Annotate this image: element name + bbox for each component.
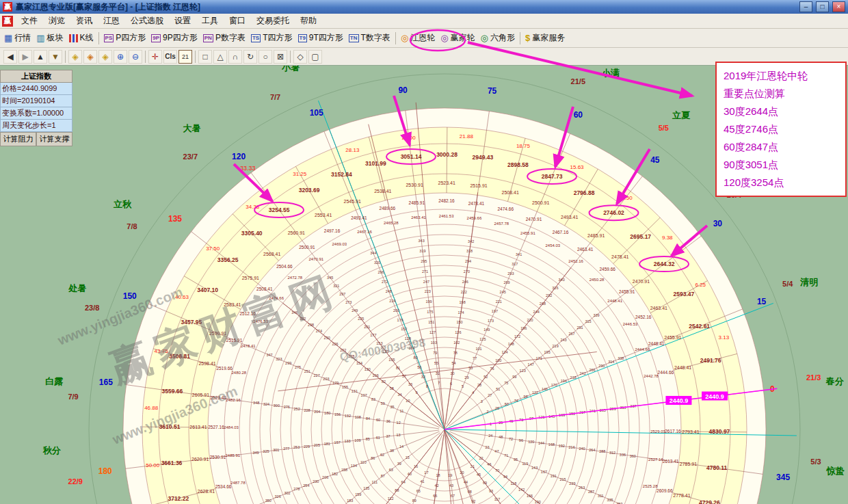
tool-filter[interactable]: ▼ xyxy=(49,50,62,64)
toolbar-t-number-table-button[interactable]: TNT数字表 xyxy=(346,30,393,47)
svg-text:229: 229 xyxy=(304,445,310,449)
toolbar-gann-wheel-button[interactable]: ◎江恩轮 xyxy=(398,30,438,47)
svg-text:30: 30 xyxy=(450,371,454,375)
svg-text:203: 203 xyxy=(323,377,329,381)
tool-rect-tool[interactable]: □ xyxy=(198,50,212,64)
tool-expand-tool[interactable]: ◇ xyxy=(293,50,307,64)
svg-text:350: 350 xyxy=(265,499,271,503)
svg-text:2534.66: 2534.66 xyxy=(215,484,232,489)
tool-diamond-tool-2[interactable]: ◈ xyxy=(83,50,97,64)
svg-text:2519.66: 2519.66 xyxy=(216,366,233,371)
tool-arc-tool[interactable]: ∩ xyxy=(228,50,242,64)
toolbar-p-number-table-button[interactable]: PNP数字表 xyxy=(200,30,248,47)
hexagon-icon: ◎ xyxy=(481,34,488,42)
svg-text:156: 156 xyxy=(334,412,341,416)
tool-pointer[interactable]: ▲ xyxy=(34,50,47,64)
svg-text:150: 150 xyxy=(123,291,137,301)
annotation-line: 45度2746点 xyxy=(724,120,838,138)
tool-rotate-tool[interactable]: ↻ xyxy=(243,50,257,64)
tool-zoom-out[interactable]: ⊖ xyxy=(129,50,142,64)
svg-text:2530.91: 2530.91 xyxy=(210,455,226,460)
svg-text:224: 224 xyxy=(389,299,395,303)
svg-text:45: 45 xyxy=(477,473,481,477)
svg-text:21/5: 21/5 xyxy=(571,77,585,85)
svg-text:20: 20 xyxy=(460,470,464,475)
tool-forward[interactable]: ▶ xyxy=(18,50,32,64)
close-button[interactable]: × xyxy=(832,1,845,12)
menu-item-交易委托[interactable]: 交易委托 xyxy=(251,13,295,29)
svg-text:7/8: 7/8 xyxy=(127,222,137,230)
toolbar-winner-wheel-button[interactable]: ◎赢家轮 xyxy=(438,30,477,47)
menu-item-帮助[interactable]: 帮助 xyxy=(295,13,322,29)
svg-text:135: 135 xyxy=(363,486,369,490)
app-logo-icon: 赢 xyxy=(3,2,12,12)
menu-item-资讯[interactable]: 资讯 xyxy=(70,13,98,29)
minimize-button[interactable]: – xyxy=(799,1,812,12)
svg-text:314: 314 xyxy=(608,360,614,364)
svg-text:170: 170 xyxy=(551,383,557,387)
svg-text:191: 191 xyxy=(551,474,557,478)
svg-text:3051.14: 3051.14 xyxy=(401,153,422,160)
menu-item-设置[interactable]: 设置 xyxy=(169,13,196,29)
tool-calendar[interactable]: 21 xyxy=(178,50,192,64)
svg-text:34: 34 xyxy=(398,393,402,397)
svg-text:清明: 清明 xyxy=(799,277,818,287)
toolbar-sectors-button[interactable]: ▥板块 xyxy=(34,30,66,47)
tool-triangle-tool[interactable]: △ xyxy=(213,50,227,64)
svg-text:227: 227 xyxy=(314,373,320,377)
svg-text:2527.16: 2527.16 xyxy=(208,425,224,429)
svg-text:96: 96 xyxy=(519,438,523,442)
svg-text:小暑: 小暑 xyxy=(281,66,300,72)
svg-text:2478.41: 2478.41 xyxy=(468,201,485,206)
svg-text:29: 29 xyxy=(464,375,468,380)
menu-item-浏览[interactable]: 浏览 xyxy=(43,13,70,29)
svg-text:25.00: 25.00 xyxy=(402,135,416,141)
svg-text:158: 158 xyxy=(341,468,347,472)
toolbar-t-square-button[interactable]: TST四方形 xyxy=(248,30,295,47)
svg-text:167: 167 xyxy=(541,470,547,474)
tool-clear[interactable]: Cls xyxy=(163,50,177,64)
svg-text:2467.16: 2467.16 xyxy=(357,230,372,234)
t-square-label: T四方形 xyxy=(263,32,292,44)
svg-text:316: 316 xyxy=(552,286,558,290)
toolbar-kline-button[interactable]: K线 xyxy=(66,30,96,47)
svg-text:75: 75 xyxy=(504,381,508,385)
svg-text:299: 299 xyxy=(285,361,291,365)
toolbar-9p-square-button[interactable]: 9P9P四方形 xyxy=(148,30,200,47)
toolbar-quotes-button[interactable]: ▦行情 xyxy=(1,30,34,47)
button-计算阻力[interactable]: 计算阻力 xyxy=(0,132,36,146)
tool-back[interactable]: ◀ xyxy=(3,50,17,64)
tool-lasso-tool[interactable]: ▢ xyxy=(308,50,322,64)
menu-item-工具[interactable]: 工具 xyxy=(196,13,224,29)
svg-text:2448.41: 2448.41 xyxy=(674,365,691,370)
svg-text:293: 293 xyxy=(507,271,514,276)
svg-text:2553.41: 2553.41 xyxy=(315,213,332,217)
tool-diamond-tool-1[interactable]: ◈ xyxy=(68,50,82,64)
tool-zoom-in[interactable]: ⊕ xyxy=(114,50,127,64)
toolbar-p-square-button[interactable]: PSP四方形 xyxy=(101,30,149,47)
menu-item-公式选股[interactable]: 公式选股 xyxy=(125,13,169,29)
svg-text:2487.78: 2487.78 xyxy=(230,481,246,485)
svg-text:79: 79 xyxy=(433,351,437,355)
maximize-button[interactable]: □ xyxy=(816,1,829,12)
svg-text:4830.97: 4830.97 xyxy=(709,428,730,435)
toolbar-hexagon-button[interactable]: ◎六角形 xyxy=(478,30,518,47)
svg-text:3356.25: 3356.25 xyxy=(217,256,239,263)
svg-text:2530.91: 2530.91 xyxy=(406,183,423,187)
menu-item-江恩[interactable]: 江恩 xyxy=(98,13,125,29)
tool-circle-tool[interactable]: ○ xyxy=(259,50,272,64)
toolbar-winner-service-button[interactable]: $赢家服务 xyxy=(522,30,568,47)
svg-text:2444.66: 2444.66 xyxy=(635,347,650,352)
tool-measure[interactable]: ✛ xyxy=(148,50,162,64)
application-window: { "window": { "logo": "赢", "title": "赢家江… xyxy=(0,0,848,504)
menu-item-文件[interactable]: 文件 xyxy=(16,13,43,29)
button-计算支撑[interactable]: 计算支撑 xyxy=(36,132,72,146)
9t-square-icon: T9 xyxy=(298,34,307,42)
menu-item-窗口[interactable]: 窗口 xyxy=(224,13,251,29)
tool-diamond-tool-3[interactable]: ◈ xyxy=(98,50,112,64)
svg-text:54: 54 xyxy=(452,361,456,365)
svg-text:205: 205 xyxy=(314,443,320,447)
svg-text:340: 340 xyxy=(559,278,565,282)
tool-delete-tool[interactable]: ⊠ xyxy=(274,50,287,64)
toolbar-9t-square-button[interactable]: T99T四方形 xyxy=(295,30,346,47)
